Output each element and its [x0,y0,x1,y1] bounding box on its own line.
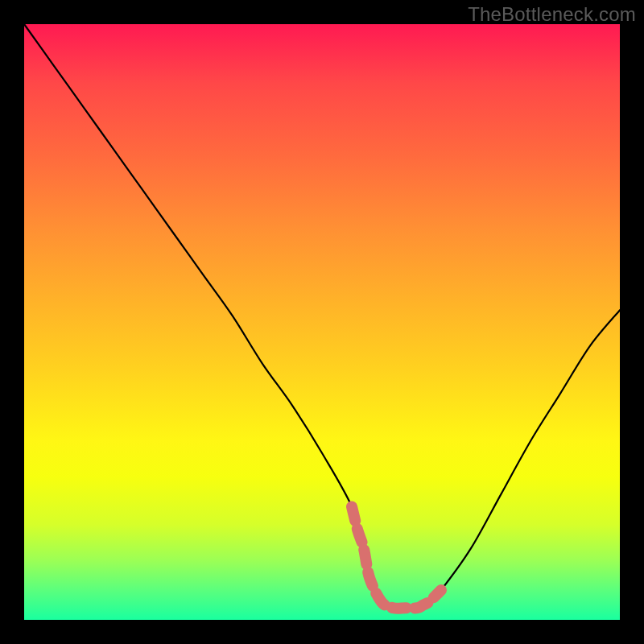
watermark-label: TheBottleneck.com [468,3,636,26]
chart-frame: TheBottleneck.com [0,0,644,644]
plot-area [24,24,620,620]
